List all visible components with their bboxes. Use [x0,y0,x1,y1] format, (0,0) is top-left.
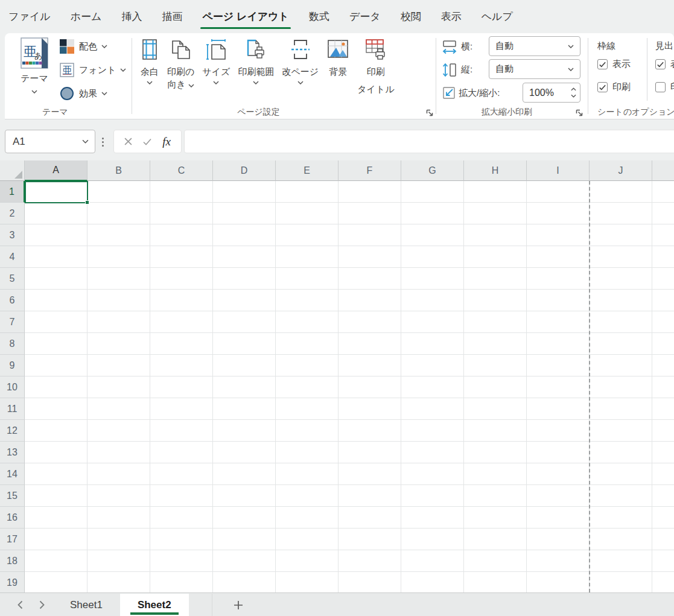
cell-B7[interactable] [87,311,150,333]
cell-E6[interactable] [276,290,339,311]
cell-G1[interactable] [401,181,464,203]
cell-C8[interactable] [150,333,213,355]
cell-G2[interactable] [401,203,464,224]
cell-A5[interactable] [25,268,87,290]
cell-H19[interactable] [464,572,527,592]
cell-F3[interactable] [339,224,401,246]
column-header-E[interactable]: E [276,160,339,181]
menu-tab-help[interactable]: ヘルプ [482,10,513,24]
row-header-6[interactable]: 6 [0,290,25,311]
cell-J13[interactable] [590,442,652,463]
cell-B4[interactable] [87,246,150,268]
cell-I11[interactable] [527,398,590,420]
cell-F12[interactable] [339,420,401,442]
row-header-18[interactable]: 18 [0,550,25,572]
cell-H5[interactable] [464,268,527,290]
background-button[interactable]: 背景 [326,36,349,95]
cell-E3[interactable] [276,224,339,246]
cell-C13[interactable] [150,442,213,463]
cell-I13[interactable] [527,442,590,463]
row-header-2[interactable]: 2 [0,203,25,224]
cell-E12[interactable] [276,420,339,442]
formula-bar-grip-icon[interactable] [102,138,104,147]
cell-I6[interactable] [527,290,590,311]
cell-D2[interactable] [213,203,276,224]
row-header-12[interactable]: 12 [0,420,25,442]
column-header-G[interactable]: G [401,160,464,181]
cell-E2[interactable] [276,203,339,224]
headings-print-checkbox[interactable]: 印刷 [655,81,674,93]
cell-F15[interactable] [339,485,401,507]
cell-H6[interactable] [464,290,527,311]
cell-G9[interactable] [401,355,464,376]
cell-G17[interactable] [401,529,464,550]
cell-J3[interactable] [590,224,652,246]
scale-percent-input[interactable]: 100% [523,83,580,103]
cell-H9[interactable] [464,355,527,376]
cell-F10[interactable] [339,376,401,398]
page-setup-dialog-launcher-icon[interactable] [425,108,434,118]
cell-J10[interactable] [590,376,652,398]
row-header-9[interactable]: 9 [0,355,25,376]
cell-F5[interactable] [339,268,401,290]
cell-E19[interactable] [276,572,339,592]
cell-B15[interactable] [87,485,150,507]
cell-D8[interactable] [213,333,276,355]
cell-D17[interactable] [213,529,276,550]
cell-J8[interactable] [590,333,652,355]
cell-I10[interactable] [527,376,590,398]
cell-F18[interactable] [339,550,401,572]
cell-A1[interactable] [25,181,87,203]
cell-F16[interactable] [339,507,401,529]
cell-D6[interactable] [213,290,276,311]
name-box[interactable]: A1 [5,130,95,153]
cell-H4[interactable] [464,246,527,268]
cell-B18[interactable] [87,550,150,572]
cell-H2[interactable] [464,203,527,224]
cell-C14[interactable] [150,463,213,485]
row-header-10[interactable]: 10 [0,376,25,398]
cell-D4[interactable] [213,246,276,268]
cell-B14[interactable] [87,463,150,485]
row-header-1[interactable]: 1 [0,181,25,203]
fill-handle[interactable] [85,200,89,205]
scale-height-dropdown[interactable]: 自動 [489,59,580,79]
column-header-H[interactable]: H [464,160,527,181]
cell-D10[interactable] [213,376,276,398]
row-header-16[interactable]: 16 [0,507,25,529]
cell-F19[interactable] [339,572,401,592]
cell-D5[interactable] [213,268,276,290]
cell-D13[interactable] [213,442,276,463]
cell-D12[interactable] [213,420,276,442]
cell-C6[interactable] [150,290,213,311]
cell-J18[interactable] [590,550,652,572]
cell-E5[interactable] [276,268,339,290]
cell-E11[interactable] [276,398,339,420]
cell-B1[interactable] [87,181,150,203]
cell-D7[interactable] [213,311,276,333]
cell-J4[interactable] [590,246,652,268]
cell-C3[interactable] [150,224,213,246]
cell-I17[interactable] [527,529,590,550]
cell-C10[interactable] [150,376,213,398]
sheet-nav-prev-icon[interactable] [9,594,31,616]
cell-F8[interactable] [339,333,401,355]
row-header-4[interactable]: 4 [0,246,25,268]
cell-D15[interactable] [213,485,276,507]
cell-A16[interactable] [25,507,87,529]
row-header-15[interactable]: 15 [0,485,25,507]
cell-G8[interactable] [401,333,464,355]
cell-F7[interactable] [339,311,401,333]
cell-F11[interactable] [339,398,401,420]
cell-D1[interactable] [213,181,276,203]
cell-J15[interactable] [590,485,652,507]
cell-F9[interactable] [339,355,401,376]
column-header-I[interactable]: I [527,160,590,181]
menu-tab-formulas[interactable]: 数式 [309,10,329,24]
cell-B5[interactable] [87,268,150,290]
cell-I5[interactable] [527,268,590,290]
cell-B6[interactable] [87,290,150,311]
cell-H14[interactable] [464,463,527,485]
cell-F14[interactable] [339,463,401,485]
column-header-C[interactable]: C [150,160,213,181]
